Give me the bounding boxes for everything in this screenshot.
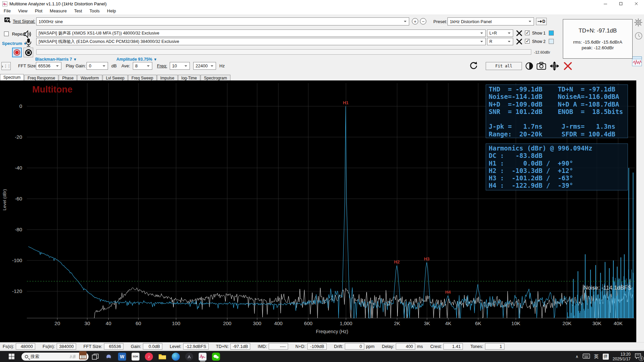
history-clock-icon[interactable] (635, 32, 643, 41)
ime-language-indicator[interactable]: 英 (594, 354, 599, 360)
screenshot-camera-icon[interactable] (537, 62, 546, 71)
taskbar-app-edge[interactable] (169, 351, 182, 362)
show2-row[interactable]: Show 2 (525, 39, 545, 44)
clock-datetime[interactable]: 13:20 2025/1/17 (613, 352, 631, 361)
menu-view[interactable]: View (14, 8, 31, 14)
waveform-thumbnail-icon[interactable] (632, 56, 642, 68)
show1-row[interactable]: Show 1 (525, 31, 545, 36)
fit-all-button[interactable]: Fit all (486, 62, 522, 70)
taskbar-app-sdk[interactable]: SDK (129, 351, 142, 362)
start-button[interactable] (5, 351, 18, 362)
input-device-value: [WASAPI] 线路输入 (E1DA Cosmos ADC PCM32/384… (39, 39, 179, 45)
fft-size-combo[interactable]: 65536 (36, 62, 61, 70)
taskbar-date: 2025/1/17 (613, 357, 631, 361)
svg-text:-60: -60 (15, 196, 22, 201)
test-signal-combo[interactable]: 1000Hz sine (36, 17, 409, 25)
view-tabs: SpectrumFreq ResponsePhaseWaveformLvl Sw… (0, 74, 644, 81)
menu-file[interactable]: File (0, 8, 14, 14)
minimize-button[interactable] (598, 0, 613, 7)
svg-text:-20: -20 (15, 134, 22, 140)
menu-tools[interactable]: Tools (86, 8, 103, 14)
output-device-combo[interactable]: [WASAPI] 扬声器 (XMOS XS1-U8 MFA (ST)) 4800… (36, 29, 486, 37)
ave-label: Ave: (121, 63, 130, 68)
maximize-button[interactable] (613, 0, 629, 7)
freq-label: Freq: (157, 63, 167, 68)
freq-high-value: 22400 (196, 63, 208, 68)
svg-text:Level (dBr): Level (dBr) (2, 189, 7, 210)
amplitude-selector[interactable]: Amplitude 93.75% ▼ (116, 57, 157, 62)
show1-label: Show 1 (532, 31, 545, 36)
pan-move-icon[interactable] (550, 62, 559, 72)
menu-plot[interactable]: Plot (31, 8, 46, 14)
search-box[interactable]: 搜索 ♪♬ (21, 353, 89, 361)
ave-combo[interactable]: 8 (133, 62, 152, 70)
taskbar-app-multitone[interactable] (196, 351, 209, 362)
svg-text:300: 300 (253, 320, 261, 326)
output-color-swatch[interactable] (549, 31, 554, 36)
svg-text:3K: 3K (424, 320, 430, 326)
show1-checkbox[interactable] (525, 31, 530, 35)
svg-text:4K: 4K (445, 320, 451, 326)
record-button[interactable] (12, 48, 22, 57)
remove-signal-button[interactable]: − (420, 18, 426, 24)
freq-high-combo[interactable]: 22400 (193, 62, 216, 70)
status-tdn: TD+N:-97.1dB (216, 343, 250, 350)
taskbar-app-music[interactable]: ♪ (142, 351, 156, 362)
input-color-swatch[interactable] (549, 39, 554, 44)
contrast-icon[interactable] (525, 62, 533, 71)
tdn-peak: peak: -12.60dBr (563, 45, 632, 50)
piano-widget-icon[interactable] (78, 351, 87, 361)
fft-window-selector[interactable]: Blackman-Harris 7 ▼ (35, 57, 77, 62)
output-tools-icon[interactable] (516, 30, 523, 38)
repeat-checkbox[interactable] (4, 32, 9, 36)
notification-center-icon[interactable]: 9 (635, 353, 641, 360)
peak-label-h2: H2 (394, 259, 400, 264)
settings-gear-icon[interactable] (634, 18, 643, 28)
input-channel-combo[interactable]: R (487, 38, 513, 45)
close-button[interactable] (629, 0, 644, 7)
taskbar-app-dark[interactable] (182, 351, 196, 362)
spectrum-chart[interactable]: 203040601002003004006001,0002K3K4K6K10K2… (0, 80, 644, 342)
task-view-button[interactable] (89, 351, 102, 362)
tray-expand-chevron[interactable]: ∧ (576, 354, 579, 359)
peak-label-h3: H3 (424, 256, 430, 261)
stop-button[interactable] (23, 48, 33, 57)
status-imd: IMD:---- (258, 343, 288, 350)
amplitude-label: Amplitude 93.75% (116, 57, 152, 62)
show2-checkbox[interactable] (525, 39, 530, 44)
play-gain-label: Play Gain: (66, 63, 86, 68)
microphone-icon (24, 38, 33, 48)
status-crest: Crest:1.41 (430, 343, 463, 350)
input-tools-icon[interactable] (516, 38, 523, 46)
db-unit-label: dB (111, 63, 117, 68)
svg-text:0: 0 (19, 103, 22, 109)
menu-measure[interactable]: Measure (46, 8, 70, 14)
status-fso: Fs(o):48000 (3, 343, 35, 350)
tdn-main: TD+N: -97.1dB (563, 27, 632, 34)
clear-delete-icon[interactable] (564, 62, 572, 71)
input-device-combo[interactable]: [WASAPI] 线路输入 (E1DA Cosmos ADC PCM32/384… (36, 38, 486, 45)
input-channel-value: R (489, 39, 492, 44)
taskbar-app-word[interactable]: W (115, 351, 129, 362)
measurement-stats: THD = -99.1dB TD+N = -97.1dB Noise=-114.… (486, 85, 628, 138)
taskbar-app-explorer[interactable] (156, 351, 169, 362)
freq-low-combo[interactable]: 10 (170, 62, 190, 70)
output-channel-combo[interactable]: L+R (487, 29, 513, 37)
menu-test[interactable]: Test (70, 8, 86, 14)
refresh-icon[interactable] (469, 61, 478, 72)
panel-expander-button[interactable]: ›⋮⋮ (1, 62, 11, 70)
status-tones: Tones:1 (470, 343, 504, 350)
record-icon (14, 49, 20, 56)
taskbar-app-discord[interactable] (102, 351, 115, 362)
preset-combo[interactable]: 1kHz Distortion Panel (447, 17, 534, 25)
play-gain-combo[interactable]: 0 (87, 62, 108, 70)
tab-spectrum[interactable]: Spectrum (0, 74, 24, 81)
svg-text:20K: 20K (562, 320, 572, 326)
ime-mode-indicator[interactable]: 拼 (603, 354, 609, 360)
load-preset-button[interactable]: D (536, 18, 547, 25)
touch-keyboard-icon[interactable] (583, 354, 590, 360)
menu-help[interactable]: Help (103, 8, 120, 14)
taskbar-app-wechat[interactable] (209, 351, 223, 362)
add-signal-button[interactable]: + (412, 18, 418, 24)
mode-selector[interactable]: Spectrum ▼ (2, 41, 27, 46)
